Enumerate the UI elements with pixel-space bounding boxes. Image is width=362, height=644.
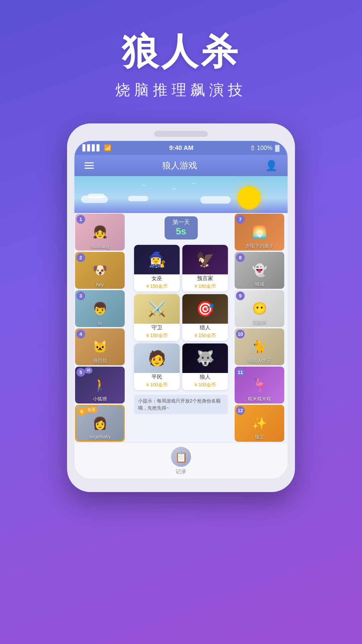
hero-title: 狼人杀 (122, 27, 240, 77)
role-card-prophet[interactable]: 🦅 预言家 ¥ 150金币 (182, 245, 228, 291)
player-name-4: 强巴拉 (75, 358, 125, 364)
day-count: 5s (173, 226, 190, 237)
hero-section: 狼人杀 烧脑推理飙演技 (0, 0, 362, 113)
player-card-4[interactable]: 🐱 4 强巴拉 (75, 328, 125, 365)
role-price-guard: ¥ 150金币 (146, 332, 167, 341)
player-card-7[interactable]: 🌅 7 夕阳下的孩子 (235, 214, 284, 251)
signal-icon: ▋▋▋▋ (82, 144, 101, 152)
player-num-9: 9 (236, 291, 245, 300)
role-card-civilian[interactable]: 🧑 平民 ¥ 100金币 (134, 343, 180, 390)
role-card-wolf[interactable]: 🐺 狼人 ¥ 100金币 (182, 343, 228, 390)
player-card-8[interactable]: 👻 8 倾城 (235, 252, 284, 289)
role-img-hunter: 🎯 (182, 294, 228, 324)
player-num-8: 8 (236, 253, 245, 262)
player-badge-6: 女巫 (85, 407, 98, 413)
role-name-civilian: 平民 (152, 373, 162, 381)
player-card-12[interactable]: ✨ 12 狼王 (235, 405, 284, 442)
status-time: 9:40 AM (169, 144, 193, 152)
player-num-3: 3 (76, 291, 85, 300)
cloud-3 (128, 196, 148, 201)
player-card-11[interactable]: 🦩 11 糯米糯米糯 (235, 367, 284, 404)
player-name-1: milasang (75, 244, 125, 249)
day-timer: 第一天 5s (165, 216, 198, 239)
phone-mockup: ▋▋▋▋ 📶 9:40 AM ₿ 100% ▓ 狼人游戏 👤 (67, 123, 295, 492)
role-price-wolf: ¥ 100金币 (194, 381, 216, 390)
tab-records[interactable]: 📋 记录 (171, 447, 191, 475)
phone-notch (154, 131, 208, 137)
wifi-icon: 📶 (104, 144, 111, 152)
role-img-guard: ⚔️ (134, 294, 180, 324)
nav-bar: 狼人游戏 👤 (74, 155, 288, 176)
tab-records-label: 记录 (176, 468, 186, 475)
status-bar: ▋▋▋▋ 📶 9:40 AM ₿ 100% ▓ (74, 141, 288, 155)
role-price-nv: ¥ 150金币 (146, 283, 167, 291)
menu-button[interactable] (84, 162, 94, 169)
cloud-4 (200, 196, 231, 204)
player-card-3[interactable]: 👦 3 iu (75, 290, 125, 327)
center-top: 第一天 5s (131, 216, 231, 242)
cloud-2 (88, 194, 105, 198)
scene-banner: 〜 〜 〜 (74, 176, 288, 213)
role-name-wolf: 狼人 (200, 373, 210, 381)
hero-subtitle: 烧脑推理飙演技 (115, 80, 247, 100)
players-left-column: 👧 1 milasang 🐶 2 hey 👦 3 iu (74, 213, 128, 442)
player-name-10: 喵星人大王 (235, 358, 284, 364)
role-img-prophet: 🦅 (182, 245, 228, 274)
bluetooth-icon: ₿ (251, 145, 254, 152)
battery-label: 100% (257, 145, 273, 152)
records-icon: 📋 (171, 447, 191, 467)
phone-screen: ▋▋▋▋ 📶 9:40 AM ₿ 100% ▓ 狼人游戏 👤 (74, 141, 288, 479)
player-name-6: angelbaby (76, 434, 124, 439)
players-right-column: 🌅 7 夕阳下的孩子 👻 8 倾城 😶 9 无脸男 (234, 213, 288, 442)
player-card-6[interactable]: 👩 6 女巫 angelbaby (75, 405, 125, 442)
players-main-area: 👧 1 milasang 🐶 2 hey 👦 3 iu (74, 213, 288, 442)
bird-2: 〜 (192, 181, 196, 187)
role-price-civilian: ¥ 100金币 (146, 381, 167, 390)
player-badge-5: 神 (84, 367, 93, 374)
role-name-prophet: 预言家 (197, 274, 213, 283)
player-num-6: 6 (77, 407, 86, 416)
roles-grid: 🧙‍♀️ 女巫 ¥ 150金币 🦅 预言家 ¥ 150金币 ⚔️ (131, 242, 231, 393)
role-name-hunter: 猎人 (200, 324, 210, 332)
status-left: ▋▋▋▋ 📶 (82, 144, 111, 152)
role-img-wolf: 🐺 (182, 343, 228, 373)
player-name-5: 小狐狸 (75, 396, 125, 402)
player-name-9: 无脸男 (235, 320, 284, 326)
player-num-5: 5 (76, 368, 85, 377)
bottom-tab-bar: 📋 记录 (74, 442, 288, 479)
player-num-1: 1 (76, 215, 85, 224)
role-img-nv: 🧙‍♀️ (134, 245, 180, 274)
player-card-9[interactable]: 😶 9 无脸男 (235, 290, 284, 327)
battery-icon: ▓ (275, 145, 280, 152)
player-name-12: 狼王 (235, 434, 284, 440)
role-card-nv[interactable]: 🧙‍♀️ 女巫 ¥ 150金币 (134, 245, 180, 291)
role-name-guard: 守卫 (152, 324, 162, 332)
player-card-2[interactable]: 🐶 2 hey (75, 252, 125, 289)
player-card-5[interactable]: 🚶 5 神 小狐狸 (75, 367, 125, 404)
players-center-column: 第一天 5s 🧙‍♀️ 女巫 ¥ 150金币 🦅 (128, 213, 234, 442)
role-name-nv: 女巫 (152, 274, 162, 283)
player-num-2: 2 (76, 253, 85, 262)
user-button[interactable]: 👤 (265, 160, 278, 171)
role-card-hunter[interactable]: 🎯 猎人 ¥ 150金币 (182, 294, 228, 341)
player-num-10: 10 (236, 330, 245, 338)
role-img-civilian: 🧑 (134, 343, 180, 373)
player-num-4: 4 (76, 330, 85, 338)
role-price-hunter: ¥ 150金币 (194, 332, 216, 341)
role-price-prophet: ¥ 150金币 (194, 283, 216, 291)
tip-section: 小提示：每局游戏只开放2个抢身份名额哦，先抢先得~ (134, 395, 228, 414)
day-label: 第一天 (173, 218, 190, 226)
player-name-11: 糯米糯米糯 (235, 396, 284, 402)
player-card-1[interactable]: 👧 1 milasang (75, 214, 125, 251)
player-card-10[interactable]: 🐈 10 喵星人大王 (235, 328, 284, 365)
player-num-12: 12 (236, 406, 245, 415)
sun-decoration (237, 186, 261, 210)
bird-1: 〜 (141, 183, 146, 189)
role-card-guard[interactable]: ⚔️ 守卫 ¥ 150金币 (134, 294, 180, 341)
player-name-2: hey (75, 282, 125, 287)
player-num-11: 11 (236, 368, 245, 377)
game-content: 👧 1 milasang 🐶 2 hey 👦 3 iu (74, 213, 288, 442)
player-name-3: iu (75, 320, 125, 326)
nav-title: 狼人游戏 (162, 160, 197, 171)
player-num-7: 7 (236, 215, 245, 224)
